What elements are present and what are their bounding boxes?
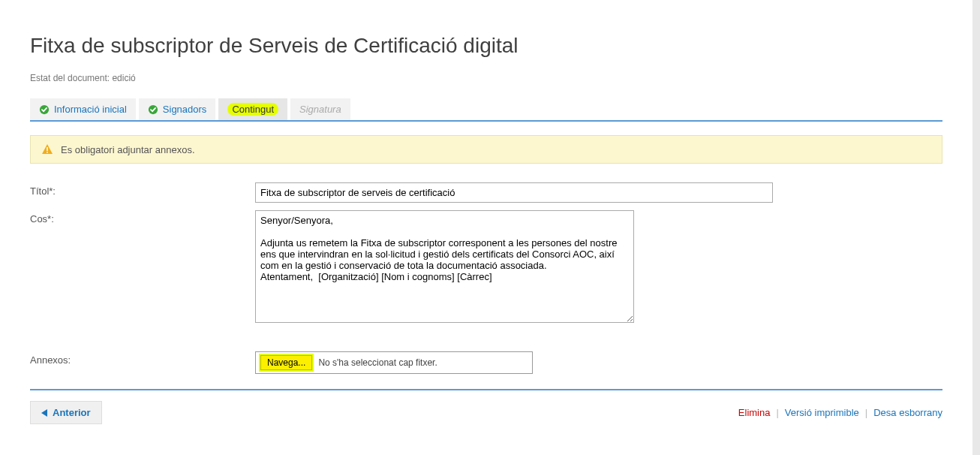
svg-rect-2 [47, 147, 48, 151]
tab-label: Signadors [163, 104, 207, 115]
svg-rect-3 [47, 152, 48, 153]
document-status: Estat del document: edició [30, 73, 942, 83]
warning-icon [41, 143, 53, 155]
tab-signadors[interactable]: Signadors [139, 98, 216, 120]
tab-label: Contingut [227, 103, 278, 116]
file-picker: Navega... No s'ha seleccionat cap fitxer… [255, 351, 533, 374]
tab-signatura: Signatura [290, 98, 350, 120]
cos-textarea[interactable] [255, 210, 634, 323]
browse-button[interactable]: Navega... [260, 355, 312, 370]
separator: | [776, 407, 778, 418]
label-annexos: Annexos: [30, 351, 255, 374]
alert-missing-attachments: Es obligatori adjuntar annexos. [30, 135, 942, 164]
page-title: Fitxa de subscriptor de Serveis de Certi… [30, 34, 942, 58]
check-circle-icon [39, 104, 50, 115]
label-titol: Títol*: [30, 182, 255, 203]
tab-label: Informació inicial [54, 104, 127, 115]
prev-button[interactable]: Anterior [30, 401, 102, 424]
delete-link[interactable]: Elimina [738, 407, 771, 418]
check-circle-icon [148, 104, 158, 115]
titol-input[interactable] [255, 182, 773, 203]
tab-contingut[interactable]: Contingut [218, 98, 287, 120]
file-selected-status: No s'ha seleccionat cap fitxer. [318, 357, 437, 368]
printable-link[interactable]: Versió imprimible [785, 407, 859, 418]
tab-label: Signatura [299, 104, 341, 115]
separator: | [865, 407, 867, 418]
tab-informacio-inicial[interactable]: Informació inicial [30, 98, 136, 120]
save-draft-link[interactable]: Desa esborrany [873, 407, 942, 418]
alert-text: Es obligatori adjuntar annexos. [61, 144, 195, 155]
triangle-left-icon [41, 409, 48, 417]
prev-button-label: Anterior [53, 407, 91, 418]
divider [30, 389, 942, 390]
tabs-bar: Informació inicial Signadors Contingut S… [30, 98, 942, 122]
label-cos: Cos*: [30, 210, 255, 325]
